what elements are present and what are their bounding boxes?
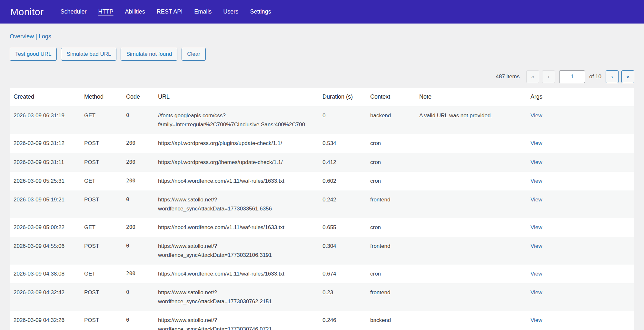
table-row: 2026-03-09 04:32:26POST0https://www.sato… <box>10 311 634 330</box>
cell-method: GET <box>80 218 122 237</box>
nav-item-emails[interactable]: Emails <box>194 8 212 15</box>
subnav-link-logs[interactable]: Logs <box>39 33 51 40</box>
cell-code: 0 <box>122 237 154 265</box>
nav-item-scheduler[interactable]: Scheduler <box>61 8 87 15</box>
column-header-duration-s: Duration (s) <box>319 88 366 106</box>
column-header-method: Method <box>80 88 122 106</box>
cell-code: 200 <box>122 265 154 283</box>
cell-args: View <box>527 311 634 330</box>
subnav-separator: | <box>34 33 39 40</box>
cell-note <box>415 311 527 330</box>
toolbar: Test good URLSimulate bad URLSimulate no… <box>10 48 634 61</box>
cell-args: View <box>527 106 634 134</box>
top-nav: SchedulerHTTPAbilitiesREST APIEmailsUser… <box>61 8 271 15</box>
column-header-args: Args <box>527 88 634 106</box>
nav-item-http[interactable]: HTTP <box>98 8 114 15</box>
table-row: 2026-03-09 05:00:22GET200https://noc4.wo… <box>10 218 634 237</box>
cell-method: POST <box>80 237 122 265</box>
cell-url: https://www.satollo.net/?wordfence_syncA… <box>154 311 319 330</box>
simulate-not-found-button[interactable]: Simulate not found <box>121 48 177 61</box>
cell-duration: 0.602 <box>319 172 366 190</box>
view-link[interactable]: View <box>530 271 542 277</box>
view-link[interactable]: View <box>530 159 542 165</box>
cell-created: 2026-03-09 05:25:31 <box>10 172 80 190</box>
cell-context: frontend <box>366 237 415 265</box>
cell-duration: 0.534 <box>319 134 366 153</box>
cell-url: https://noc4.wordfence.com/v1.11/waf-rul… <box>154 172 319 190</box>
test-good-url-button[interactable]: Test good URL <box>10 48 57 61</box>
cell-args: View <box>527 283 634 311</box>
nav-item-abilities[interactable]: Abilities <box>125 8 145 15</box>
nav-item-users[interactable]: Users <box>223 8 238 15</box>
cell-context: cron <box>366 172 415 190</box>
table-row: 2026-03-09 04:55:06POST0https://www.sato… <box>10 237 634 265</box>
cell-context: frontend <box>366 283 415 311</box>
cell-note <box>415 153 527 172</box>
cell-url: //fonts.googleapis.com/css?family=Inter:… <box>154 106 319 134</box>
clear-button[interactable]: Clear <box>182 48 206 61</box>
column-header-note: Note <box>415 88 527 106</box>
cell-duration: 0.304 <box>319 237 366 265</box>
cell-args: View <box>527 265 634 283</box>
cell-note <box>415 265 527 283</box>
cell-note <box>415 172 527 190</box>
view-link[interactable]: View <box>530 140 542 146</box>
column-header-context: Context <box>366 88 415 106</box>
column-header-url: URL <box>154 88 319 106</box>
cell-code: 0 <box>122 106 154 134</box>
cell-args: View <box>527 134 634 153</box>
subnav-link-overview[interactable]: Overview <box>10 33 34 40</box>
table-row: 2026-03-09 05:25:31GET200https://noc4.wo… <box>10 172 634 190</box>
cell-args: View <box>527 153 634 172</box>
cell-url: https://api.wordpress.org/plugins/update… <box>154 134 319 153</box>
cell-duration: 0.655 <box>319 218 366 237</box>
table-row: 2026-03-09 04:32:42POST0https://www.sato… <box>10 283 634 311</box>
cell-method: GET <box>80 172 122 190</box>
column-header-code: Code <box>122 88 154 106</box>
subnav: Overview | Logs <box>10 33 634 40</box>
nav-item-settings[interactable]: Settings <box>250 8 271 15</box>
cell-note <box>415 134 527 153</box>
view-link[interactable]: View <box>530 289 542 296</box>
cell-created: 2026-03-09 04:55:06 <box>10 237 80 265</box>
cell-url: https://api.wordpress.org/themes/update-… <box>154 153 319 172</box>
table-row: 2026-03-09 05:31:11POST200https://api.wo… <box>10 153 634 172</box>
current-page-input[interactable] <box>559 70 585 83</box>
next-page-button[interactable]: › <box>606 70 619 83</box>
prev-page-button[interactable]: ‹ <box>542 70 555 83</box>
pagination: 487 items « ‹ of 10 › » <box>10 70 634 83</box>
cell-created: 2026-03-09 05:31:11 <box>10 153 80 172</box>
cell-method: GET <box>80 265 122 283</box>
cell-context: cron <box>366 153 415 172</box>
cell-code: 200 <box>122 134 154 153</box>
cell-created: 2026-03-09 04:32:42 <box>10 283 80 311</box>
cell-method: POST <box>80 134 122 153</box>
items-count: 487 items <box>496 73 520 80</box>
cell-code: 0 <box>122 190 154 218</box>
view-link[interactable]: View <box>530 197 542 203</box>
cell-created: 2026-03-09 05:31:12 <box>10 134 80 153</box>
first-page-button[interactable]: « <box>526 70 539 83</box>
simulate-bad-url-button[interactable]: Simulate bad URL <box>61 48 116 61</box>
app-title: Monitor <box>10 6 44 17</box>
view-link[interactable]: View <box>530 243 542 249</box>
view-link[interactable]: View <box>530 112 542 119</box>
cell-url: https://noc4.wordfence.com/v1.11/waf-rul… <box>154 265 319 283</box>
cell-url: https://www.satollo.net/?wordfence_syncA… <box>154 237 319 265</box>
cell-context: cron <box>366 134 415 153</box>
cell-args: View <box>527 218 634 237</box>
table-row: 2026-03-09 05:31:12POST200https://api.wo… <box>10 134 634 153</box>
view-link[interactable]: View <box>530 224 542 230</box>
cell-context: backend <box>366 311 415 330</box>
view-link[interactable]: View <box>530 178 542 184</box>
cell-duration: 0.674 <box>319 265 366 283</box>
cell-duration: 0 <box>319 106 366 134</box>
nav-item-rest-api[interactable]: REST API <box>157 8 183 15</box>
cell-created: 2026-03-09 04:32:26 <box>10 311 80 330</box>
view-link[interactable]: View <box>530 317 542 323</box>
table-header-row: CreatedMethodCodeURLDuration (s)ContextN… <box>10 88 634 106</box>
cell-context: cron <box>366 265 415 283</box>
cell-note <box>415 190 527 218</box>
cell-created: 2026-03-09 05:19:21 <box>10 190 80 218</box>
last-page-button[interactable]: » <box>621 70 634 83</box>
